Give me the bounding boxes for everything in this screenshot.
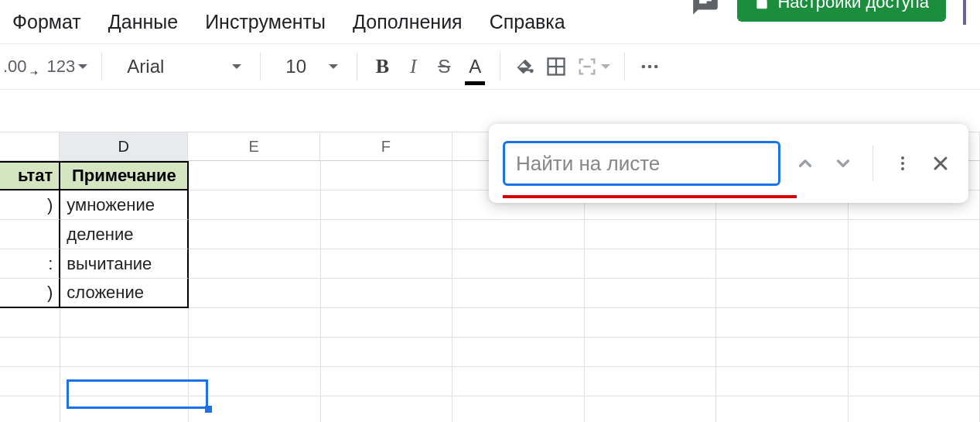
cell[interactable] bbox=[849, 308, 980, 338]
cell[interactable] bbox=[321, 279, 452, 308]
cell[interactable] bbox=[716, 308, 848, 338]
table-header-cell[interactable]: ьтат bbox=[0, 161, 60, 190]
svg-point-0 bbox=[530, 70, 534, 74]
cell[interactable] bbox=[189, 190, 320, 220]
cell[interactable]: ) bbox=[0, 279, 60, 308]
share-button[interactable]: Настройки доступа bbox=[737, 0, 946, 22]
cell[interactable] bbox=[189, 308, 320, 338]
cell[interactable] bbox=[0, 396, 60, 422]
cell[interactable] bbox=[189, 279, 320, 308]
menu-addons[interactable]: Дополнения bbox=[353, 11, 463, 33]
cell[interactable] bbox=[585, 279, 716, 308]
cell[interactable] bbox=[452, 367, 584, 396]
chevron-down-icon bbox=[78, 64, 87, 69]
cell[interactable] bbox=[0, 220, 60, 249]
cell[interactable] bbox=[60, 308, 189, 338]
cell[interactable] bbox=[452, 279, 584, 308]
avatar[interactable] bbox=[963, 0, 966, 25]
cell[interactable] bbox=[849, 249, 980, 279]
font-family-select[interactable]: Arial bbox=[111, 44, 251, 89]
cell[interactable] bbox=[716, 249, 848, 279]
cell[interactable] bbox=[321, 338, 452, 367]
cell[interactable] bbox=[452, 308, 584, 338]
cell[interactable] bbox=[849, 220, 980, 249]
cell[interactable] bbox=[189, 161, 320, 190]
cell[interactable] bbox=[189, 338, 320, 367]
cell[interactable] bbox=[321, 308, 452, 338]
column-header-f[interactable]: F bbox=[320, 132, 452, 161]
cell[interactable] bbox=[585, 249, 716, 279]
cell[interactable] bbox=[321, 220, 452, 249]
header-right: Настройки доступа bbox=[691, 0, 980, 26]
cell[interactable] bbox=[189, 367, 320, 396]
cell[interactable] bbox=[585, 338, 716, 367]
cell[interactable] bbox=[452, 249, 584, 279]
cell[interactable] bbox=[60, 367, 189, 396]
strikethrough-button[interactable]: S bbox=[429, 51, 459, 82]
cell[interactable] bbox=[452, 396, 584, 422]
cell[interactable] bbox=[452, 338, 584, 367]
cell[interactable] bbox=[60, 396, 189, 422]
menu-format[interactable]: Формат bbox=[12, 11, 81, 33]
cell[interactable] bbox=[716, 220, 848, 249]
cell[interactable] bbox=[716, 279, 848, 308]
menu-help[interactable]: Справка bbox=[490, 11, 565, 33]
merge-cells-button[interactable] bbox=[572, 51, 615, 82]
cell[interactable] bbox=[189, 249, 320, 279]
cell[interactable]: вычитание bbox=[60, 249, 189, 279]
column-header-d[interactable]: D bbox=[60, 132, 188, 161]
cell[interactable] bbox=[849, 367, 980, 396]
cell[interactable] bbox=[716, 396, 848, 422]
text-color-button[interactable]: A bbox=[459, 51, 490, 82]
find-next-button[interactable] bbox=[830, 146, 858, 180]
cell[interactable] bbox=[716, 367, 848, 396]
cell[interactable]: : bbox=[0, 249, 60, 279]
cell[interactable] bbox=[585, 220, 716, 249]
fill-handle[interactable] bbox=[205, 406, 212, 413]
column-header-e[interactable]: E bbox=[188, 132, 320, 161]
find-prev-button[interactable] bbox=[791, 146, 819, 180]
svg-point-8 bbox=[901, 162, 904, 165]
svg-point-4 bbox=[642, 65, 646, 69]
italic-button[interactable]: I bbox=[398, 51, 429, 82]
find-more-options-button[interactable] bbox=[889, 146, 917, 180]
cell[interactable]: сложение bbox=[60, 279, 189, 308]
find-in-sheet-popup bbox=[489, 124, 968, 203]
cell[interactable] bbox=[585, 367, 716, 396]
table-header-cell[interactable]: Примечание bbox=[60, 161, 189, 190]
find-close-button[interactable] bbox=[927, 146, 954, 180]
menu-data[interactable]: Данные bbox=[108, 11, 178, 33]
number-format-button[interactable]: 123 bbox=[43, 51, 93, 82]
cell[interactable] bbox=[321, 190, 452, 220]
cell[interactable] bbox=[321, 161, 452, 190]
cell[interactable] bbox=[0, 338, 60, 367]
fill-color-button[interactable] bbox=[510, 51, 541, 82]
cell[interactable] bbox=[0, 367, 60, 396]
bold-button[interactable]: B bbox=[367, 51, 398, 82]
menu-tools[interactable]: Инструменты bbox=[205, 11, 326, 33]
cell[interactable]: деление bbox=[60, 220, 189, 249]
column-header[interactable] bbox=[0, 132, 60, 161]
cell[interactable] bbox=[60, 338, 189, 367]
cell[interactable] bbox=[0, 308, 60, 338]
cell[interactable]: ) bbox=[0, 190, 60, 220]
comments-icon[interactable] bbox=[691, 0, 720, 17]
borders-button[interactable] bbox=[541, 51, 572, 82]
cell[interactable] bbox=[321, 396, 452, 422]
cell[interactable] bbox=[585, 308, 716, 338]
cell[interactable] bbox=[452, 220, 584, 249]
cell[interactable] bbox=[585, 396, 716, 422]
increase-decimal-button[interactable]: .00 bbox=[0, 51, 43, 82]
cell[interactable] bbox=[849, 338, 980, 367]
cell[interactable]: умножение bbox=[60, 190, 189, 220]
cell[interactable] bbox=[189, 220, 320, 249]
cell[interactable] bbox=[321, 367, 452, 396]
cell[interactable] bbox=[849, 279, 980, 308]
find-input[interactable] bbox=[503, 141, 780, 186]
more-toolbar-button[interactable] bbox=[634, 51, 665, 82]
chevron-down-icon bbox=[601, 64, 610, 69]
cell[interactable] bbox=[849, 396, 980, 422]
cell[interactable] bbox=[321, 249, 452, 279]
font-size-select[interactable]: 10 bbox=[270, 44, 347, 89]
cell[interactable] bbox=[716, 338, 848, 367]
